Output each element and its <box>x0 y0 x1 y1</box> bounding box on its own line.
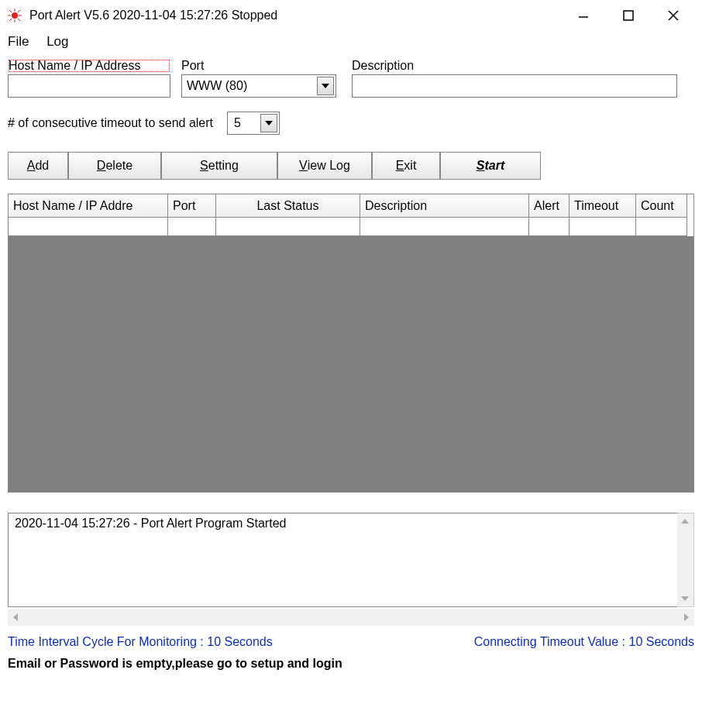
svg-marker-18 <box>684 613 689 621</box>
log-text[interactable]: 2020-11-04 15:27:26 - Port Alert Program… <box>8 513 694 607</box>
port-select[interactable]: WWW (80) <box>181 74 336 98</box>
col-header-host[interactable]: Host Name / IP Addre <box>9 194 168 218</box>
port-select-value: WWW (80) <box>187 79 247 93</box>
cell-count <box>636 218 687 236</box>
timeout-count-select[interactable]: 5 <box>227 112 280 135</box>
svg-marker-15 <box>681 519 689 524</box>
cell-port <box>168 218 216 236</box>
titlebar: Port Alert V5.6 2020-11-04 15:27:26 Stop… <box>0 0 702 31</box>
table-row[interactable] <box>9 218 693 236</box>
start-button[interactable]: Start <box>440 152 541 180</box>
warning-message: Email or Password is empty,please go to … <box>8 657 694 671</box>
timeout-count-label: # of consecutive timeout to send alert <box>8 116 213 130</box>
cell-host <box>9 218 168 236</box>
col-header-count[interactable]: Count <box>636 194 687 218</box>
scroll-down-icon[interactable] <box>677 591 693 606</box>
svg-line-5 <box>9 10 12 12</box>
svg-marker-13 <box>322 84 329 88</box>
minimize-button[interactable] <box>572 4 595 27</box>
menu-log[interactable]: Log <box>46 34 68 49</box>
svg-marker-16 <box>681 596 689 601</box>
svg-rect-10 <box>624 11 633 20</box>
form-area: Host Name / IP Address Port WWW (80) Des… <box>0 56 702 180</box>
svg-line-6 <box>18 19 20 21</box>
description-label: Description <box>352 59 677 73</box>
app-icon <box>8 9 22 22</box>
svg-marker-14 <box>265 121 273 125</box>
view-log-button[interactable]: View Log <box>277 152 372 180</box>
setting-button[interactable]: Setting <box>161 152 277 180</box>
svg-line-8 <box>18 10 20 12</box>
chevron-down-icon[interactable] <box>260 114 277 132</box>
exit-button[interactable]: Exit <box>372 152 440 180</box>
cell-status <box>216 218 360 236</box>
status-row: Time Interval Cycle For Monitoring : 10 … <box>8 635 694 649</box>
menubar: File Log <box>0 31 702 56</box>
status-timeout: Connecting Timeout Value : 10 Seconds <box>474 635 694 649</box>
maximize-button[interactable] <box>617 4 640 27</box>
scroll-up-icon[interactable] <box>677 513 693 529</box>
button-row: Add Delete Setting View Log Exit Start <box>8 152 694 180</box>
host-label: Host Name / IP Address <box>8 59 170 73</box>
col-header-port[interactable]: Port <box>168 194 216 218</box>
delete-button[interactable]: Delete <box>68 152 161 180</box>
host-input[interactable] <box>8 74 170 98</box>
hosts-grid[interactable]: Host Name / IP Addre Port Last Status De… <box>8 194 694 493</box>
grid-header: Host Name / IP Addre Port Last Status De… <box>9 194 693 218</box>
description-input[interactable] <box>352 74 677 98</box>
timeout-count-value: 5 <box>234 116 241 130</box>
svg-point-0 <box>12 12 18 19</box>
col-header-status[interactable]: Last Status <box>216 194 360 218</box>
cell-timeout <box>570 218 636 236</box>
window-title: Port Alert V5.6 2020-11-04 15:27:26 Stop… <box>29 9 277 22</box>
log-line: 2020-11-04 15:27:26 - Port Alert Program… <box>15 517 687 531</box>
log-panel: 2020-11-04 15:27:26 - Port Alert Program… <box>8 513 694 629</box>
status-interval: Time Interval Cycle For Monitoring : 10 … <box>8 635 273 649</box>
cell-description <box>360 218 529 236</box>
horizontal-scrollbar[interactable] <box>8 609 694 626</box>
svg-marker-17 <box>13 613 18 621</box>
add-button[interactable]: Add <box>8 152 68 180</box>
scroll-right-icon[interactable] <box>679 610 694 625</box>
col-header-alert[interactable]: Alert <box>529 194 570 218</box>
port-label: Port <box>181 59 336 73</box>
vertical-scrollbar[interactable] <box>677 513 694 607</box>
col-header-description[interactable]: Description <box>360 194 529 218</box>
cell-alert <box>529 218 570 236</box>
svg-line-7 <box>9 19 12 21</box>
scroll-left-icon[interactable] <box>8 610 23 625</box>
menu-file[interactable]: File <box>8 34 29 49</box>
col-header-timeout[interactable]: Timeout <box>570 194 636 218</box>
chevron-down-icon[interactable] <box>317 77 334 95</box>
close-button[interactable] <box>662 4 685 27</box>
